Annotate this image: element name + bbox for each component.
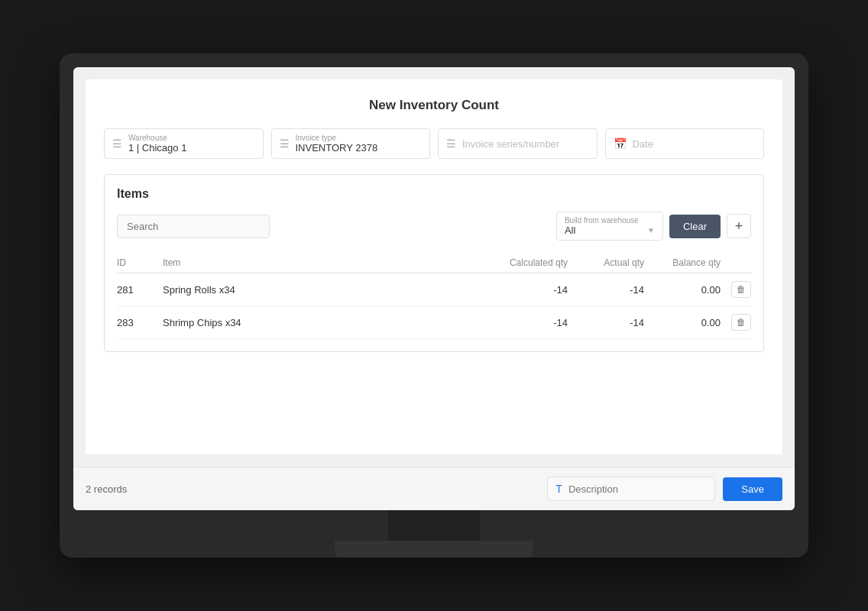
- col-header-item: Item: [163, 257, 476, 268]
- date-icon: 📅: [614, 137, 627, 150]
- warehouse-label: Warehouse: [128, 134, 186, 142]
- fields-row: ☰ Warehouse 1 | Chicago 1 ☰ Invoice type…: [104, 128, 764, 159]
- monitor-stand-neck: [388, 510, 480, 541]
- items-toolbar: Build from warehouse All ▼ Clear +: [117, 212, 751, 241]
- description-input[interactable]: [568, 483, 707, 495]
- search-input[interactable]: [117, 215, 270, 238]
- date-placeholder: Date: [633, 138, 653, 150]
- row-calculated-qty: -14: [476, 284, 568, 296]
- items-title: Items: [117, 187, 751, 201]
- monitor-screen: New Inventory Count ☰ Warehouse 1 | Chic…: [73, 67, 795, 510]
- table-row: 281 Spring Rolls x34 -14 -14 0.00 🗑: [117, 273, 751, 306]
- add-item-button[interactable]: +: [727, 214, 751, 238]
- col-header-balance: Balance qty: [644, 257, 721, 268]
- invoice-type-field[interactable]: ☰ Invoice type INVENTORY 2378: [271, 128, 431, 159]
- invoice-series-icon: ☰: [446, 137, 456, 150]
- warehouse-value: 1 | Chicago 1: [128, 142, 186, 154]
- monitor-stand-base: [335, 541, 533, 558]
- page-footer: 2 records T Save: [73, 467, 795, 510]
- col-header-actions: [721, 257, 751, 268]
- items-card: Items Build from warehouse All ▼: [104, 174, 764, 352]
- records-count: 2 records: [86, 483, 127, 495]
- warehouse-icon: ☰: [112, 137, 122, 150]
- invoice-series-placeholder: Invoice series/number: [462, 138, 559, 150]
- build-from-dropdown[interactable]: Build from warehouse All ▼: [556, 212, 663, 241]
- save-button[interactable]: Save: [723, 477, 782, 501]
- invoice-series-field[interactable]: ☰ Invoice series/number: [438, 128, 598, 159]
- clear-button[interactable]: Clear: [669, 215, 721, 238]
- build-from-label: Build from warehouse: [565, 216, 655, 225]
- page-title: New Inventory Count: [104, 98, 764, 113]
- row-actual-qty: -14: [568, 317, 644, 328]
- col-header-calculated: Calculated qty: [476, 257, 568, 268]
- invoice-type-value: INVENTORY 2378: [296, 142, 378, 154]
- monitor: New Inventory Count ☰ Warehouse 1 | Chic…: [60, 53, 808, 558]
- chevron-down-icon: ▼: [647, 226, 655, 234]
- row-balance-qty: 0.00: [644, 317, 721, 328]
- row-balance-qty: 0.00: [644, 284, 721, 296]
- col-header-actual: Actual qty: [568, 257, 644, 268]
- row-calculated-qty: -14: [476, 317, 568, 328]
- description-icon: T: [555, 483, 562, 495]
- app-content: New Inventory Count ☰ Warehouse 1 | Chic…: [73, 67, 795, 510]
- row-id: 281: [117, 284, 163, 296]
- warehouse-field[interactable]: ☰ Warehouse 1 | Chicago 1: [104, 128, 264, 159]
- delete-row-button[interactable]: 🗑: [731, 314, 751, 331]
- footer-right: T Save: [547, 477, 782, 501]
- table-header: ID Item Calculated qty Actual qty Balanc…: [117, 253, 751, 273]
- date-field[interactable]: 📅 Date: [605, 128, 765, 159]
- build-from-value: All: [565, 225, 575, 236]
- row-id: 283: [117, 317, 163, 328]
- invoice-type-icon: ☰: [280, 137, 290, 150]
- row-actual-qty: -14: [568, 284, 644, 296]
- toolbar-right: Build from warehouse All ▼ Clear +: [556, 212, 751, 241]
- invoice-type-label: Invoice type: [296, 134, 378, 142]
- row-item: Spring Rolls x34: [163, 284, 476, 296]
- description-field[interactable]: T: [547, 477, 715, 501]
- row-item: Shrimp Chips x34: [163, 317, 476, 328]
- table-row: 283 Shrimp Chips x34 -14 -14 0.00 🗑: [117, 306, 751, 339]
- col-header-id: ID: [117, 257, 163, 268]
- page-container: New Inventory Count ☰ Warehouse 1 | Chic…: [86, 79, 782, 454]
- delete-row-button[interactable]: 🗑: [731, 281, 751, 298]
